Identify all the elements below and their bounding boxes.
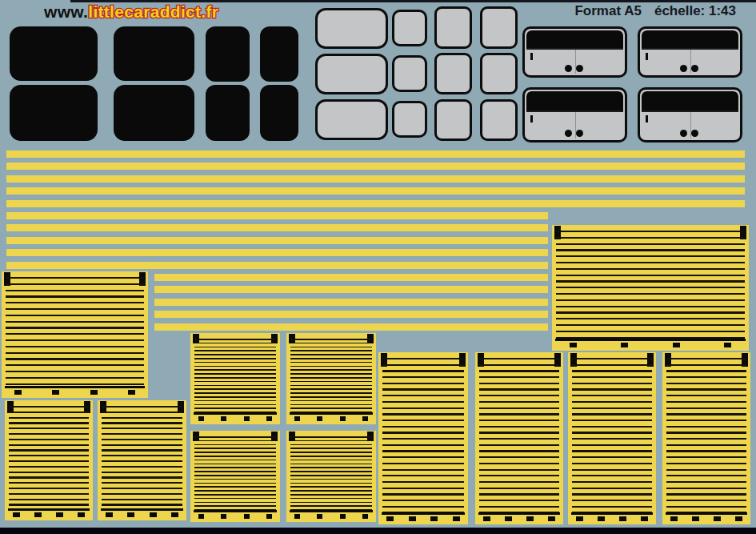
van-rear-door-decal [522,87,627,143]
shutter-foot [128,390,135,395]
window-decal-gray [315,99,388,140]
shutter-foot [692,516,699,521]
shutter-foot [598,516,605,521]
sheet-bottom-edge [0,528,756,534]
shutter-slats [556,231,745,339]
stripe-decal [6,187,745,195]
door-handle-dot [691,65,698,72]
scale-label: échelle: 1:43 [654,3,736,18]
shutter-bottom-rail [5,386,145,388]
shutter-feet [198,416,272,421]
door-handle-dot [680,65,687,72]
shutter-feet [570,343,731,347]
door-lock-mark [530,53,533,60]
window-decal-black [260,85,298,141]
door-handle-dot [565,65,572,72]
window-decal-black [206,85,250,141]
shutter-foot [526,516,534,521]
stripe-decal [6,175,745,183]
roller-shutter-decal [475,352,563,524]
shutter-slats [572,358,652,512]
stripe-decal [6,249,548,256]
van-rear-door-decal [638,26,742,78]
shutter-foot [244,514,250,519]
roller-shutter-decal [568,352,656,524]
door-window-band [526,30,623,48]
window-decal-gray [480,53,518,94]
shutter-foot [14,390,22,395]
decal-sheet: www.littlecaraddict.fr Format A5échelle:… [0,0,756,534]
shutter-foot [386,516,394,521]
shutter-foot [127,512,134,517]
shutter-foot [641,516,648,521]
door-inner [642,91,738,139]
stripe-decal [6,151,745,158]
stripe-decal [6,224,548,231]
shutter-slats [290,436,372,510]
shutter-foot [106,512,113,517]
shutter-slats [479,358,559,512]
shutter-foot [317,514,322,519]
door-inner [526,91,623,139]
shutter-slats [9,406,89,508]
stripe-decal [6,200,745,207]
roller-shutter-decal [286,333,376,424]
shutter-foot [673,343,680,347]
shutter-foot [266,514,272,519]
door-window-band [526,91,623,110]
window-decal-gray [315,8,388,49]
shutter-foot [221,514,226,519]
window-decal-black [10,85,98,141]
shutter-feet [576,516,648,521]
door-lower-panel [642,110,738,139]
window-decal-gray [434,6,472,49]
shutter-foot [198,514,204,519]
door-split-line [690,50,691,74]
shutter-foot [340,514,346,519]
shutter-foot [409,516,416,521]
shutter-foot [505,516,512,521]
logo-brand: littlecaraddict.fr [88,2,218,21]
shutter-foot [362,514,368,519]
shutter-foot [483,516,490,521]
shutter-bottom-rail [290,412,373,415]
shutter-bottom-rail [478,512,560,515]
shutter-foot [735,516,742,521]
shutter-foot [670,516,678,521]
format-info: Format A5échelle: 1:43 [574,3,736,19]
shutter-feet [198,514,272,519]
shutter-foot [221,416,226,421]
shutter-slats [194,436,276,510]
shutter-foot [294,416,300,421]
shutter-foot [724,343,731,347]
window-decal-gray [392,10,427,46]
roller-shutter-decal [190,431,280,522]
door-lower-panel [526,110,623,139]
shutter-foot [150,512,157,517]
shutter-bottom-rail [101,508,183,511]
stripe-decal [154,274,548,281]
stripe-decal [6,212,548,219]
shutter-foot [362,416,368,421]
roller-shutter-decal [552,225,749,351]
shutter-feet [483,516,555,521]
van-rear-door-decal [522,26,627,78]
site-logo: www.littlecaraddict.fr [44,2,218,22]
shutter-bottom-rail [382,512,465,515]
shutter-bottom-rail [8,508,90,511]
roller-shutter-decal [98,400,186,520]
shutter-foot [90,390,98,395]
shutter-foot [340,416,346,421]
door-lock-mark [530,115,533,122]
door-handle-dot [565,130,572,137]
door-inner [642,30,738,74]
roller-shutter-decal [378,352,468,524]
stripe-decal [154,311,548,318]
van-rear-door-decal [638,87,742,143]
door-handle-dot [680,130,687,137]
shutter-slats [194,339,276,412]
shutter-foot [453,516,460,521]
shutter-foot [576,516,583,521]
window-decal-gray [392,55,427,92]
door-window-band [642,91,738,110]
